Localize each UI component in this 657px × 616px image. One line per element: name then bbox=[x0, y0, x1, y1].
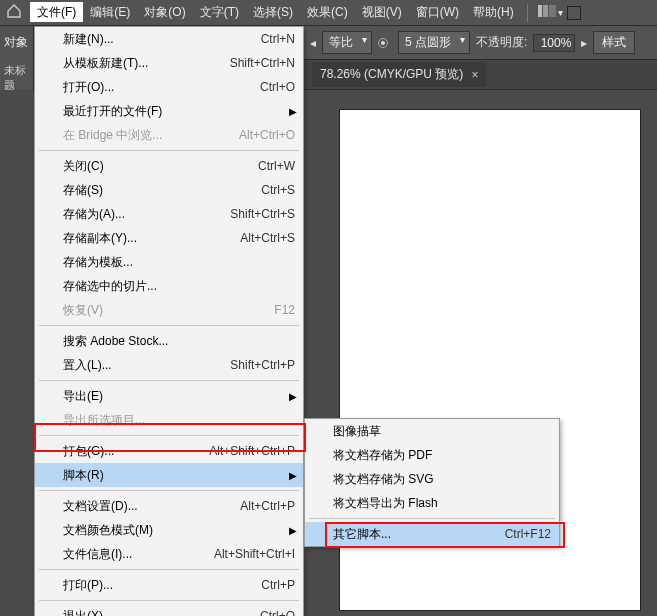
file-menu-item-23[interactable]: 文档设置(D)...Alt+Ctrl+P bbox=[35, 494, 303, 518]
file-menu: 新建(N)...Ctrl+N从模板新建(T)...Shift+Ctrl+N打开(… bbox=[34, 26, 304, 616]
file-menu-item-21[interactable]: 脚本(R)▶ bbox=[35, 463, 303, 487]
file-menu-item-27[interactable]: 打印(P)...Ctrl+P bbox=[35, 573, 303, 597]
menu-item-shortcut: Shift+Ctrl+S bbox=[230, 207, 295, 221]
opacity-label: 不透明度: bbox=[476, 34, 527, 51]
file-menu-item-1[interactable]: 从模板新建(T)...Shift+Ctrl+N bbox=[35, 51, 303, 75]
menu-item-label: 关闭(C) bbox=[63, 158, 258, 175]
menu-item-label: 从模板新建(T)... bbox=[63, 55, 230, 72]
menubar-item-8[interactable]: 帮助(H) bbox=[466, 2, 521, 22]
menu-item-label: 置入(L)... bbox=[63, 357, 230, 374]
menubar-item-6[interactable]: 视图(V) bbox=[355, 2, 409, 22]
file-menu-item-8[interactable]: 存储为(A)...Shift+Ctrl+S bbox=[35, 202, 303, 226]
file-menu-separator bbox=[39, 435, 299, 436]
workspace-switcher-icon[interactable] bbox=[538, 5, 556, 20]
graphic-style-button[interactable]: 样式 bbox=[593, 31, 635, 54]
menu-item-label: 脚本(R) bbox=[63, 467, 295, 484]
menu-item-shortcut: Alt+Shift+Ctrl+I bbox=[214, 547, 295, 561]
file-menu-separator bbox=[39, 325, 299, 326]
menu-item-label: 搜索 Adobe Stock... bbox=[63, 333, 295, 350]
file-menu-item-18: 导出所选项目... bbox=[35, 408, 303, 432]
chevron-down-icon[interactable]: ▾ bbox=[558, 7, 563, 18]
file-menu-item-15[interactable]: 置入(L)...Shift+Ctrl+P bbox=[35, 353, 303, 377]
scale-mode-select[interactable]: 等比 bbox=[322, 31, 372, 54]
menu-item-shortcut: Ctrl+F12 bbox=[505, 527, 551, 541]
chevron-left-icon[interactable]: ◂ bbox=[310, 36, 316, 50]
menu-item-label: 其它脚本... bbox=[333, 526, 505, 543]
menu-item-shortcut: Ctrl+Q bbox=[260, 609, 295, 616]
menu-item-label: 导出(E) bbox=[63, 388, 295, 405]
menu-item-label: 将文档存储为 PDF bbox=[333, 447, 551, 464]
menu-item-shortcut: Alt+Shift+Ctrl+P bbox=[209, 444, 295, 458]
scripts-submenu-item-3[interactable]: 将文档导出为 Flash bbox=[305, 491, 559, 515]
scripts-submenu-item-2[interactable]: 将文档存储为 SVG bbox=[305, 467, 559, 491]
menu-item-shortcut: Ctrl+P bbox=[261, 578, 295, 592]
menu-item-label: 存储(S) bbox=[63, 182, 261, 199]
menu-item-shortcut: Ctrl+W bbox=[258, 159, 295, 173]
scripts-submenu-item-5[interactable]: 其它脚本...Ctrl+F12 bbox=[305, 522, 559, 546]
menu-item-shortcut: Alt+Ctrl+P bbox=[240, 499, 295, 513]
file-menu-item-17[interactable]: 导出(E)▶ bbox=[35, 384, 303, 408]
file-menu-item-25[interactable]: 文件信息(I)...Alt+Shift+Ctrl+I bbox=[35, 542, 303, 566]
submenu-arrow-icon: ▶ bbox=[289, 391, 297, 402]
file-menu-item-4: 在 Bridge 中浏览...Alt+Ctrl+O bbox=[35, 123, 303, 147]
file-menu-item-29[interactable]: 退出(X)Ctrl+Q bbox=[35, 604, 303, 616]
opacity-input[interactable]: 100% bbox=[533, 34, 575, 52]
submenu-arrow-icon: ▶ bbox=[289, 470, 297, 481]
scripts-submenu-item-1[interactable]: 将文档存储为 PDF bbox=[305, 443, 559, 467]
menu-item-label: 将文档导出为 Flash bbox=[333, 495, 551, 512]
chevron-right-icon[interactable]: ▸ bbox=[581, 36, 587, 50]
file-menu-separator bbox=[39, 380, 299, 381]
stroke-profile-radio[interactable] bbox=[378, 38, 388, 48]
file-menu-separator bbox=[39, 600, 299, 601]
submenu-arrow-icon: ▶ bbox=[289, 106, 297, 117]
svg-rect-0 bbox=[538, 5, 542, 17]
stroke-profile-select[interactable]: 5 点圆形 bbox=[398, 31, 470, 54]
menubar-item-0[interactable]: 文件(F) bbox=[30, 2, 83, 22]
options-toolbar: ◂ 等比 5 点圆形 不透明度: 100% ▸ 样式 bbox=[304, 26, 657, 60]
menu-item-shortcut: Ctrl+S bbox=[261, 183, 295, 197]
menu-item-label: 存储副本(Y)... bbox=[63, 230, 240, 247]
menubar-item-7[interactable]: 窗口(W) bbox=[409, 2, 466, 22]
menu-item-label: 存储为模板... bbox=[63, 254, 295, 271]
menu-item-label: 打开(O)... bbox=[63, 79, 260, 96]
menubar-item-4[interactable]: 选择(S) bbox=[246, 2, 300, 22]
file-menu-separator bbox=[39, 150, 299, 151]
file-menu-item-3[interactable]: 最近打开的文件(F)▶ bbox=[35, 99, 303, 123]
home-icon[interactable] bbox=[6, 4, 26, 21]
scripts-submenu-item-0[interactable]: 图像描草 bbox=[305, 419, 559, 443]
menu-item-label: 打包(G)... bbox=[63, 443, 209, 460]
document-tab-title: 78.26% (CMYK/GPU 预览) bbox=[320, 66, 463, 83]
file-menu-item-6[interactable]: 关闭(C)Ctrl+W bbox=[35, 154, 303, 178]
fill-swatch[interactable] bbox=[567, 6, 581, 20]
file-menu-item-10[interactable]: 存储为模板... bbox=[35, 250, 303, 274]
submenu-arrow-icon: ▶ bbox=[289, 525, 297, 536]
document-tab[interactable]: 78.26% (CMYK/GPU 预览) × bbox=[312, 62, 486, 87]
close-icon[interactable]: × bbox=[471, 68, 478, 82]
menu-item-shortcut: Shift+Ctrl+N bbox=[230, 56, 295, 70]
file-menu-item-9[interactable]: 存储副本(Y)...Alt+Ctrl+S bbox=[35, 226, 303, 250]
file-menu-item-11[interactable]: 存储选中的切片... bbox=[35, 274, 303, 298]
menu-item-label: 图像描草 bbox=[333, 423, 551, 440]
menu-item-shortcut: Alt+Ctrl+O bbox=[239, 128, 295, 142]
menubar-item-2[interactable]: 对象(O) bbox=[137, 2, 192, 22]
document-tab-bar: 78.26% (CMYK/GPU 预览) × bbox=[304, 60, 657, 90]
menubar-divider bbox=[527, 4, 528, 22]
file-menu-item-7[interactable]: 存储(S)Ctrl+S bbox=[35, 178, 303, 202]
menu-item-shortcut: Ctrl+O bbox=[260, 80, 295, 94]
file-menu-item-0[interactable]: 新建(N)...Ctrl+N bbox=[35, 27, 303, 51]
menu-item-label: 退出(X) bbox=[63, 608, 260, 617]
file-menu-item-14[interactable]: 搜索 Adobe Stock... bbox=[35, 329, 303, 353]
menu-item-label: 文档设置(D)... bbox=[63, 498, 240, 515]
file-menu-item-20[interactable]: 打包(G)...Alt+Shift+Ctrl+P bbox=[35, 439, 303, 463]
menubar-item-5[interactable]: 效果(C) bbox=[300, 2, 355, 22]
scripts-submenu: 图像描草将文档存储为 PDF将文档存储为 SVG将文档导出为 Flash其它脚本… bbox=[304, 418, 560, 547]
svg-rect-1 bbox=[543, 5, 548, 17]
menu-item-label: 在 Bridge 中浏览... bbox=[63, 127, 239, 144]
file-menu-item-12: 恢复(V)F12 bbox=[35, 298, 303, 322]
file-menu-item-2[interactable]: 打开(O)...Ctrl+O bbox=[35, 75, 303, 99]
file-menu-item-24[interactable]: 文档颜色模式(M)▶ bbox=[35, 518, 303, 542]
menubar-item-1[interactable]: 编辑(E) bbox=[83, 2, 137, 22]
menu-item-label: 存储选中的切片... bbox=[63, 278, 295, 295]
menubar-item-3[interactable]: 文字(T) bbox=[193, 2, 246, 22]
left-strip-label-1: 对象 bbox=[0, 26, 33, 59]
